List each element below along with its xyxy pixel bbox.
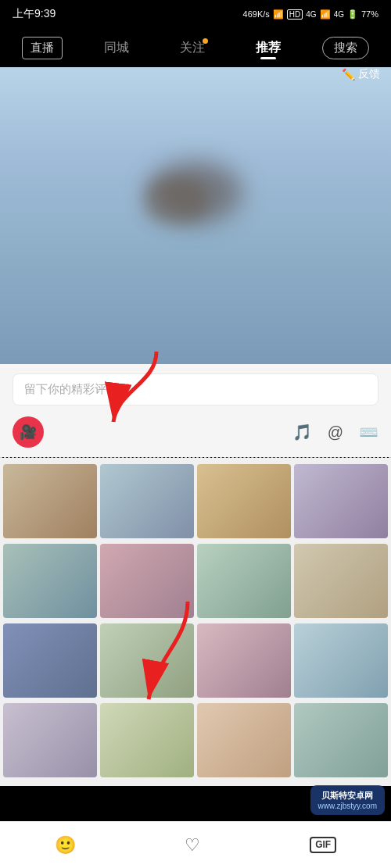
signal2-icon: 📶	[320, 9, 331, 20]
sticker-item[interactable]	[3, 464, 97, 538]
4g-icon: 4G	[306, 10, 316, 19]
4g2-icon: 4G	[334, 10, 344, 19]
comment-placeholder: 留下你的精彩评论吧	[24, 382, 130, 395]
nav-nearby[interactable]: 同城	[95, 35, 138, 61]
comment-input[interactable]: 留下你的精彩评论吧	[13, 373, 378, 405]
sticker-item[interactable]	[294, 623, 388, 698]
at-icon[interactable]: @	[328, 423, 343, 441]
battery-percent: 77%	[361, 9, 378, 19]
camera-icon: 🎥	[20, 423, 37, 441]
feedback-bar[interactable]: ✏️ 反馈	[342, 67, 380, 81]
sticker-item[interactable]	[197, 464, 291, 538]
bottom-toolbar: 🙂 ♡ GIF	[0, 821, 391, 868]
gif-label: GIF	[315, 839, 331, 852]
hd-icon: HD	[287, 9, 303, 20]
comment-tools: 🎥 🎵 @ ⌨️	[13, 413, 378, 451]
video-area	[0, 67, 391, 364]
video-record-button[interactable]: 🎥	[13, 416, 44, 448]
feedback-label: 反馈	[358, 67, 380, 81]
status-time: 上午9:39	[13, 7, 56, 21]
nav-follow[interactable]: 关注	[170, 35, 214, 61]
sticker-item[interactable]	[100, 544, 194, 618]
heart-icon: ♡	[185, 835, 200, 855]
tool-left: 🎥	[13, 416, 44, 448]
sticker-item[interactable]	[3, 623, 97, 698]
watermark-box: 贝斯特安卓网 www.zjbstyy.com	[310, 785, 385, 815]
sticker-item[interactable]	[3, 703, 97, 777]
heart-button[interactable]: ♡	[185, 835, 200, 855]
sticker-item[interactable]	[294, 703, 388, 777]
status-icons: 469K/s 📶 HD 4G 📶 4G 🔋 77%	[243, 9, 378, 20]
battery-icon: 🔋	[347, 9, 358, 20]
nav-recommend[interactable]: 推荐	[246, 35, 290, 61]
emoji-button[interactable]: 🙂	[55, 835, 76, 855]
nav-bar: 直播 同城 关注 推荐 搜索	[0, 28, 391, 67]
network-speed: 469K/s	[243, 9, 270, 19]
sticker-item[interactable]	[100, 623, 194, 698]
sticker-item[interactable]	[197, 623, 291, 698]
follow-dot	[203, 38, 208, 44]
signal-icon: 📶	[273, 9, 284, 20]
sticker-item[interactable]	[197, 544, 291, 618]
nav-search[interactable]: 搜索	[322, 37, 369, 59]
sticker-item[interactable]	[197, 703, 291, 777]
watermark-line1: 贝斯特安卓网	[318, 790, 377, 802]
comment-section: 留下你的精彩评论吧 🎥 🎵 @ ⌨️	[0, 364, 391, 457]
sticker-item[interactable]	[3, 544, 97, 618]
sticker-item[interactable]	[100, 464, 194, 538]
sticker-item[interactable]	[294, 464, 388, 538]
watermark: 贝斯特安卓网 www.zjbstyy.com	[310, 785, 385, 815]
music-add-icon[interactable]: 🎵	[292, 423, 312, 441]
status-bar: 上午9:39 469K/s 📶 HD 4G 📶 4G 🔋 77%	[0, 0, 391, 28]
tool-right: 🎵 @ ⌨️	[292, 423, 378, 441]
video-blur-object2	[145, 177, 207, 223]
nav-live[interactable]: 直播	[22, 37, 63, 59]
emoji-icon: 🙂	[55, 835, 76, 855]
keyboard-icon[interactable]: ⌨️	[359, 423, 378, 441]
sticker-item[interactable]	[100, 703, 194, 777]
gif-button[interactable]: GIF	[310, 837, 336, 854]
sticker-grid	[0, 458, 391, 786]
watermark-line2: www.zjbstyy.com	[318, 802, 377, 810]
edit-icon: ✏️	[342, 68, 355, 80]
sticker-item[interactable]	[294, 544, 388, 618]
